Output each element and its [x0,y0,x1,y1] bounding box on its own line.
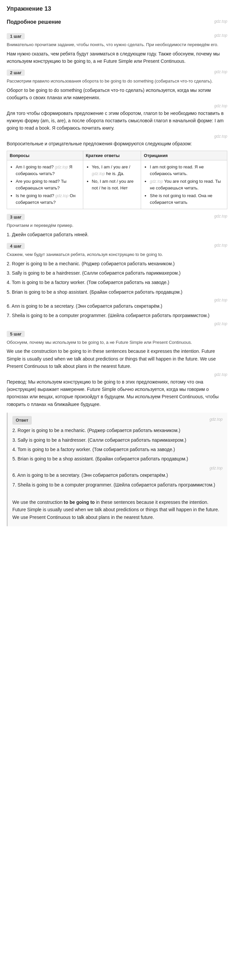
answer-label: Ответ [13,416,32,425]
step-2-instruction: Рассмотрим правило использования оборота… [7,78,227,84]
watermark-step2: gdz.top [214,70,227,74]
step-2-para-1: Для того чтобы сформировать предложение … [7,110,227,132]
answer-s0: 2. Roger is going to be a mechanic. (Род… [13,427,223,434]
answer-yes: Yes, I am / you are / gdz.top he is. Да. [92,164,138,177]
watermark-header: gdz.top [214,19,227,24]
step-3-label: 3 шаг [7,214,25,220]
table-cell-sa1: Yes, I am / you are / gdz.top he is. Да.… [83,161,141,209]
step-2-para-0: Оборот to be going to do something (соби… [7,86,227,102]
question-am-i: Am I going to read? gdz.top Я собираюсь … [16,164,80,177]
step-1-label: 1 шаг [7,33,25,40]
step-4-s4: 6. Ann is going to be a secretary. (Энн … [7,302,227,310]
answer-s1: 3. Sally is going to be a hairdresser. (… [13,436,223,444]
page: Упражнение 13 Подробное решение gdz.top … [0,0,234,531]
watermark-step4c: gdz.top [7,321,227,326]
step-4-s3: 5. Brian is going to be a shop assistant… [7,288,227,296]
table-cell-neg1: I am not going to read. Я не собираюсь ч… [141,161,227,209]
watermark-step1: gdz.top [214,33,227,38]
table-cell-q1: Am I going to read? gdz.top Я собираюсь … [7,161,83,209]
table-header-short-answers: Краткие ответы [83,151,141,161]
answer-no: No, I am not / you are not / he is not. … [92,178,138,191]
question-are-you: Are you going to read? Ты собираешься чи… [16,178,80,191]
watermark-step4: gdz.top [214,243,227,248]
table-row: Am I going to read? gdz.top Я собираюсь … [7,161,227,209]
step-4-instruction: Скажем, чем будут заниматься ребята, исп… [7,251,227,258]
step-5-russian: Перевод: Мы используем конструкцию to be… [7,378,227,408]
step-5: 5 шаг Обоснуем, почему мы используем to … [7,331,227,408]
step-4-sentences: 2. Roger is going to be a mechanic. (Род… [7,260,227,326]
step-5-instruction: Обоснуем, почему мы используем to be goi… [7,339,227,346]
exercise-title: Упражнение 13 [7,5,51,12]
answer-s4: 6. Ann is going to be a secretary. (Энн … [13,471,223,479]
step-4-label: 4 шаг [7,243,25,249]
step-5-english: We use the construction to be going to i… [7,347,227,370]
neg-i-am-not: I am not going to read. Я не собираюсь ч… [150,164,224,177]
step-4: 4 шаг gdz.top Скажем, чем будут занимать… [7,243,227,326]
step-2: 2 шаг gdz.top Рассмотрим правило использ… [7,70,227,209]
step-2-label: 2 шаг [7,70,25,76]
neg-you-are-not: gdz.top You are not going to read. Ты не… [150,178,224,191]
step-5-label: 5 шаг [7,331,25,337]
answer-block: Ответ gdz.top 2. Roger is going to be a … [7,413,227,526]
answer-s5: 7. Sheila is going to be a computer prog… [13,481,223,488]
neg-she-is-not: She is not going to read. Она не собирае… [150,192,224,205]
watermark-answer: gdz.top [210,416,223,423]
watermark-step5: gdz.top [7,372,227,377]
watermark-step3: gdz.top [214,214,227,218]
watermark-step4b: gdz.top [7,298,227,302]
answer-conclusion: We use the construction to be going to i… [13,498,223,521]
watermark-step2b: gdz.top [7,103,227,108]
question-is-he: Is he going to read? gdz.top Он собирает… [16,192,80,205]
table-header-negations: Отрицания [141,151,227,161]
step-3: 3 шаг gdz.top Прочитаем и переведём прим… [7,214,227,238]
step-3-instruction: Прочитаем и переведём пример. [7,222,227,229]
step-1-instruction: Внимательно прочитаем задание, чтобы пон… [7,41,227,48]
watermark-answer2: gdz.top [13,465,223,471]
table-header-questions: Вопросы [7,151,83,161]
step-4-s2: 4. Tom is going to be a factory worker. … [7,278,227,286]
step-4-s5: 7. Sheila is going to be a computer prog… [7,312,227,319]
step-2-para-2: Вопросительные и отрицательные предложен… [7,140,227,147]
step-4-s0: 2. Roger is going to be a mechanic. (Род… [7,260,227,267]
answer-s2: 4. Tom is going to be a factory worker. … [13,446,223,453]
watermark-step2c: gdz.top [7,134,227,138]
grammar-table: Вопросы Краткие ответы Отрицания Am I go… [7,151,227,209]
section-subtitle: Подробное решение [7,19,61,25]
answer-s3: 5. Brian is going to be a shop assistant… [13,455,223,463]
step-1-content: Нам нужно сказать, чем ребята будут зани… [7,50,227,65]
step-3-content: 1. Джейн собирается работать няней. [7,231,227,238]
step-1: 1 шаг gdz.top Внимательно прочитаем зада… [7,33,227,65]
step-4-s1: 3. Sally is going to be a hairdresser. (… [7,269,227,277]
